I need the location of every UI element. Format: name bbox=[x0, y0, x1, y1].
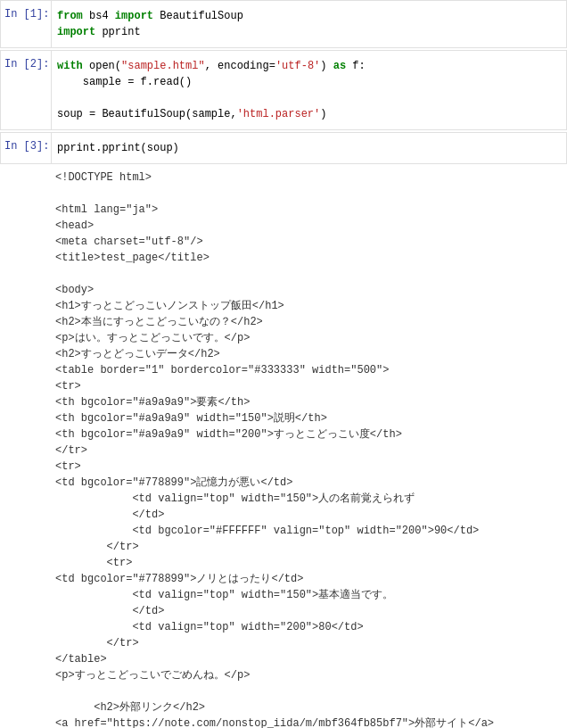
cell-3-prompt: In [3]: bbox=[1, 133, 51, 163]
code-text: ) bbox=[320, 60, 333, 72]
code-text: ) bbox=[320, 108, 326, 120]
code-text: , encoding= bbox=[205, 60, 275, 72]
code-text: pprint bbox=[95, 26, 140, 38]
code-text: pprint.pprint(soup) bbox=[57, 142, 179, 154]
keyword: as bbox=[333, 60, 346, 72]
cell-2: In [2]: with open("sample.html", encodin… bbox=[0, 50, 567, 130]
keyword: with bbox=[57, 60, 83, 72]
cell-3: In [3]: pprint.pprint(soup) bbox=[0, 132, 567, 164]
cell-1: In [1]: from bs4 import BeautifulSoup im… bbox=[0, 0, 567, 48]
code-text: bs4 bbox=[83, 10, 115, 22]
cell-3-content[interactable]: pprint.pprint(soup) bbox=[51, 133, 566, 163]
string: "sample.html" bbox=[121, 60, 205, 72]
keyword: from bbox=[57, 10, 83, 22]
cell-1-prompt: In [1]: bbox=[1, 1, 51, 47]
string: 'html.parser' bbox=[237, 108, 321, 120]
cell-1-content[interactable]: from bs4 import BeautifulSoup import ppr… bbox=[51, 1, 566, 47]
notebook: In [1]: from bs4 import BeautifulSoup im… bbox=[0, 0, 567, 728]
string: 'utf-8' bbox=[275, 60, 320, 72]
output-3-content: <!DOCTYPE html> <html lang="ja"> <head> … bbox=[50, 166, 567, 728]
output-3-prompt bbox=[0, 166, 50, 728]
cell-2-content[interactable]: with open("sample.html", encoding='utf-8… bbox=[51, 51, 566, 129]
cell-2-prompt: In [2]: bbox=[1, 51, 51, 129]
keyword: import bbox=[115, 10, 153, 22]
code-text: BeautifulSoup bbox=[153, 10, 243, 22]
code-text: open( bbox=[83, 60, 121, 72]
output-3: <!DOCTYPE html> <html lang="ja"> <head> … bbox=[0, 166, 567, 728]
keyword: import bbox=[57, 26, 95, 38]
